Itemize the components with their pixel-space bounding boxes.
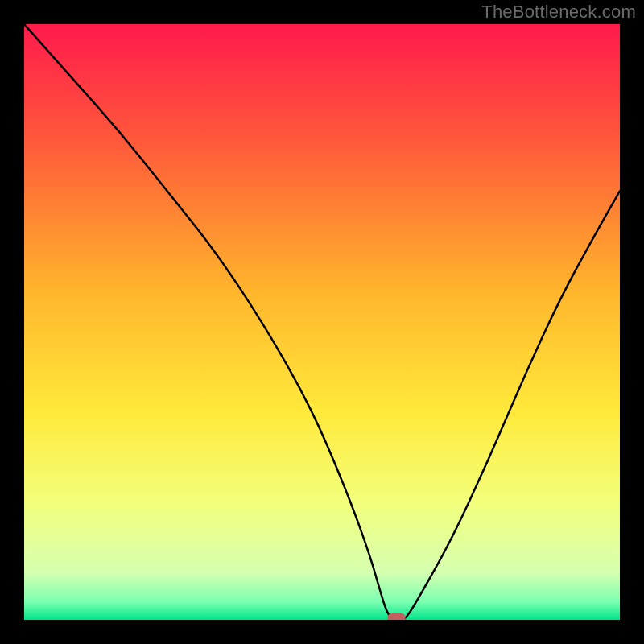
gradient-background xyxy=(24,24,620,620)
watermark-text: TheBottleneck.com xyxy=(481,2,636,23)
chart-svg xyxy=(24,24,620,620)
plot-area xyxy=(24,24,620,620)
chart-frame: TheBottleneck.com xyxy=(0,0,644,644)
optimum-marker xyxy=(388,613,406,620)
